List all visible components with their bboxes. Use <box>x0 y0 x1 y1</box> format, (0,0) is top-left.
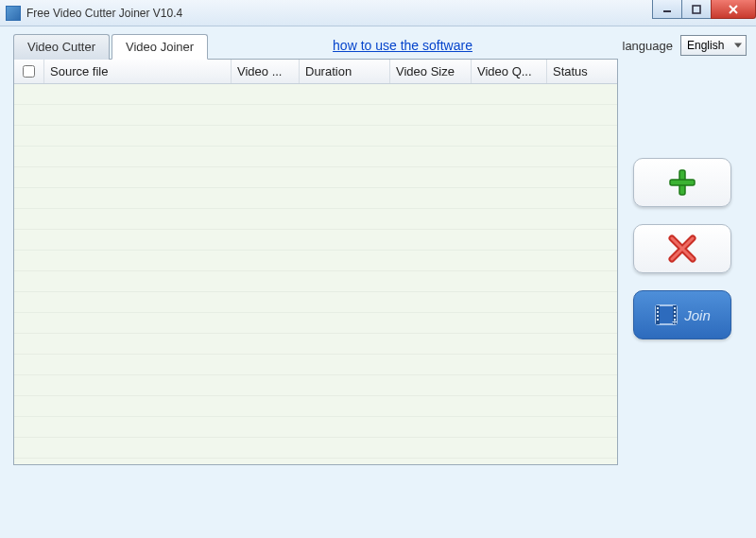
table-row <box>14 209 617 230</box>
table-body[interactable] <box>14 84 617 464</box>
table-row <box>14 292 617 313</box>
svg-rect-12 <box>657 315 659 317</box>
svg-rect-14 <box>674 307 676 309</box>
film-icon: + <box>654 303 679 327</box>
table-row <box>14 396 617 417</box>
column-video-format[interactable]: Video ... <box>232 60 300 83</box>
table-row <box>14 147 617 167</box>
close-button[interactable] <box>711 0 756 19</box>
table-row <box>14 126 617 147</box>
language-label: language <box>623 39 674 53</box>
select-all-checkbox[interactable] <box>23 65 35 78</box>
content-area: Source file Video ... Duration Video Siz… <box>0 59 756 475</box>
table-row <box>14 188 617 209</box>
table-row <box>14 271 617 292</box>
tab-video-cutter[interactable]: Video Cutter <box>13 34 110 60</box>
table-row <box>14 105 617 126</box>
column-status[interactable]: Status <box>547 60 617 83</box>
svg-rect-11 <box>657 311 659 313</box>
table-row <box>14 167 617 188</box>
column-select-all <box>14 60 44 83</box>
tab-bar: Video Cutter Video Joiner <box>13 33 210 59</box>
chevron-down-icon <box>734 43 742 48</box>
minimize-button[interactable] <box>652 0 682 19</box>
table-row <box>14 438 617 459</box>
table-row <box>14 375 617 396</box>
svg-rect-10 <box>657 307 659 309</box>
join-button[interactable]: + Join <box>633 290 731 339</box>
table-header: Source file Video ... Duration Video Siz… <box>14 60 617 84</box>
language-selected: English <box>687 39 724 52</box>
tab-video-joiner[interactable]: Video Joiner <box>112 34 208 60</box>
table-row <box>14 417 617 438</box>
svg-rect-13 <box>657 319 659 321</box>
title-bar: Free Video Cutter Joiner V10.4 <box>0 0 756 26</box>
column-video-size[interactable]: Video Size <box>390 60 472 83</box>
table-row <box>14 84 617 105</box>
svg-rect-1 <box>693 6 700 13</box>
svg-rect-15 <box>674 311 676 313</box>
file-table: Source file Video ... Duration Video Siz… <box>13 59 618 465</box>
plus-icon <box>667 167 697 198</box>
remove-file-button[interactable] <box>633 224 731 273</box>
table-row <box>14 230 617 251</box>
window-controls <box>653 0 756 19</box>
table-row <box>14 355 617 375</box>
delete-icon <box>668 234 696 263</box>
window-title: Free Video Cutter Joiner V10.4 <box>26 7 182 20</box>
column-video-quality[interactable]: Video Q... <box>472 60 547 83</box>
table-row <box>14 251 617 271</box>
top-row: Video Cutter Video Joiner how to use the… <box>0 26 756 59</box>
language-select[interactable]: English <box>680 35 747 56</box>
table-row <box>14 313 617 334</box>
help-link[interactable]: how to use the software <box>333 38 472 53</box>
svg-rect-5 <box>670 180 695 185</box>
language-area: language English <box>623 35 747 56</box>
app-icon <box>6 6 21 21</box>
add-file-button[interactable] <box>633 158 731 207</box>
side-panel: + Join <box>618 59 747 465</box>
svg-text:+: + <box>672 317 678 327</box>
table-row <box>14 334 617 355</box>
column-source-file[interactable]: Source file <box>44 60 232 83</box>
column-duration[interactable]: Duration <box>300 60 390 83</box>
join-button-label: Join <box>684 307 711 323</box>
maximize-button[interactable] <box>681 0 712 19</box>
